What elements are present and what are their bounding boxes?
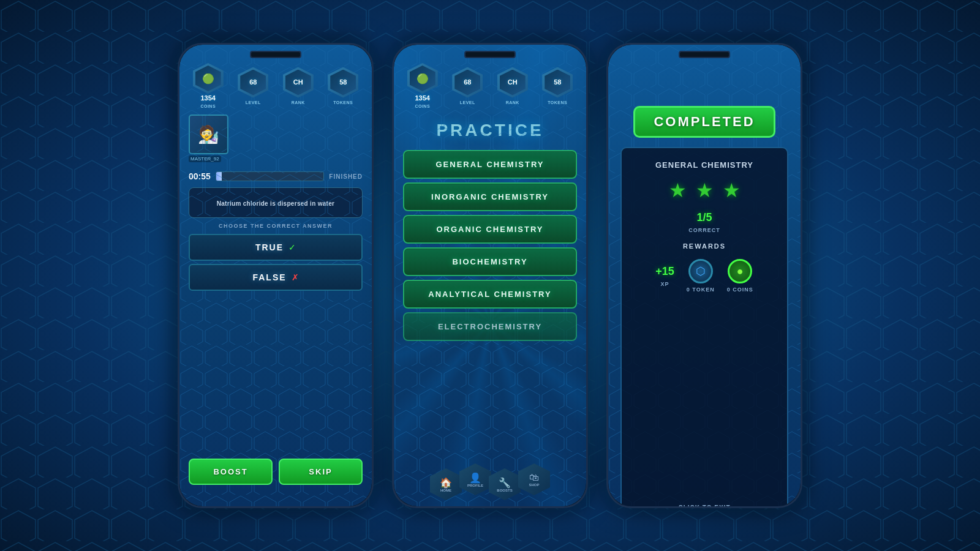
stat-tokens: 58 TOKENS [328, 67, 358, 105]
boost-button[interactable]: BOOST [189, 459, 273, 485]
x-icon: ✗ [292, 272, 299, 282]
profile-icon: 👤 [469, 472, 481, 484]
nav-shop[interactable]: 🛍 SHOP [518, 463, 550, 495]
category-analytical[interactable]: ANALYTICAL CHEMISTRY [403, 280, 577, 309]
rewards-row: +15 XP ⬡ 0 TOKEN ● [655, 259, 753, 293]
stat-hex-rank-2: CH [497, 67, 528, 98]
check-icon: ✓ [288, 242, 296, 252]
coins-label-2: COINS [415, 104, 430, 108]
nav-profile[interactable]: 👤 PROFILE [459, 463, 491, 495]
stat-hex-rank-inner: CH [285, 70, 311, 96]
phone-practice: 🟢 1354 COINS 68 LEVEL [392, 43, 588, 508]
nav-home-label: HOME [440, 489, 451, 492]
tokens-value: 58 [339, 79, 347, 86]
answer-true-text: TRUE [255, 242, 284, 252]
star-3: ★ [723, 179, 741, 202]
result-card: GENERAL CHEMISTRY ★ ★ ★ 1/5 CORRECT REWA… [620, 147, 788, 506]
star-1: ★ [669, 179, 687, 202]
category-electrochemistry[interactable]: ELECTROCHEMISTRY [403, 312, 577, 341]
reward-coins: ● 0 COINS [727, 259, 753, 293]
stat-coins: 🟢 1354 COINS [193, 63, 224, 108]
token-icon-circle: ⬡ [688, 259, 713, 283]
coin-icon: ● [737, 265, 744, 278]
rank-value-2: CH [508, 79, 518, 86]
stat-hex-tokens: 58 [328, 67, 358, 98]
shop-icon: 🛍 [529, 472, 539, 483]
skip-button[interactable]: SKIP [279, 459, 363, 485]
rank-label: RANK [292, 100, 305, 105]
answer-false-text: FALSE [252, 272, 286, 282]
stat-rank-2: CH RANK [497, 67, 528, 105]
stats-bar-1: 🟢 1354 COINS 68 LEVEL [179, 45, 372, 111]
reward-token: ⬡ 0 TOKEN [687, 259, 715, 293]
phone-quiz: 🟢 1354 COINS 68 LEVEL [178, 43, 374, 508]
level-label-2: LEVEL [460, 100, 475, 105]
stat-hex-level-2-inner: 68 [454, 70, 480, 96]
screens-container: 🟢 1354 COINS 68 LEVEL [178, 43, 802, 508]
phone-completed: COMPLETED GENERAL CHEMISTRY ★ ★ ★ 1/5 CO… [606, 43, 802, 508]
xp-value: +15 [655, 265, 674, 278]
stat-tokens-2: 58 TOKENS [542, 67, 573, 105]
stat-level: 68 LEVEL [238, 67, 268, 105]
level-label: LEVEL [246, 100, 261, 105]
nav-home[interactable]: 🏠 HOME [430, 468, 462, 500]
category-organic[interactable]: ORGANIC CHEMISTRY [403, 215, 577, 244]
bottom-nav: 🏠 HOME 👤 PROFILE 🔧 BOOSTS 🛍 SHOP [394, 468, 586, 500]
correct-score: 1/5 [696, 211, 712, 224]
home-icon: 🏠 [440, 477, 452, 489]
coins-value-2: 1354 [415, 95, 430, 102]
category-general-text: GENERAL CHEMISTRY [435, 160, 544, 169]
rank-value: CH [293, 79, 303, 86]
correct-label: CORRECT [688, 227, 720, 233]
coin-icon-circle: ● [728, 259, 752, 283]
token-label: 0 TOKEN [687, 287, 715, 293]
rewards-label: REWARDS [683, 242, 726, 250]
stat-hex-level-2: 68 [452, 67, 483, 98]
nav-profile-label: PROFILE [467, 484, 483, 487]
category-inorganic-text: INORGANIC CHEMISTRY [431, 192, 549, 201]
coins-value: 1354 [201, 95, 216, 102]
tokens-label-2: TOKENS [548, 100, 567, 105]
stat-hex-tokens-inner: 58 [330, 70, 356, 96]
stat-coins-2: 🟢 1354 COINS [407, 63, 438, 108]
stat-hex-level: 68 [238, 67, 268, 98]
rank-label-2: RANK [506, 100, 519, 105]
result-subject: GENERAL CHEMISTRY [655, 160, 753, 170]
click-exit-button[interactable]: CLICK TO EXIT [678, 504, 730, 506]
category-electrochemistry-text: ELECTROCHEMISTRY [438, 322, 542, 331]
completed-badge: COMPLETED [633, 106, 775, 138]
stat-hex-coins-2: 🟢 [407, 63, 438, 94]
completed-text: COMPLETED [654, 114, 755, 129]
category-biochemistry-text: BIOCHEMISTRY [452, 257, 527, 266]
stat-hex-rank: CH [283, 67, 314, 98]
category-analytical-text: ANALYTICAL CHEMISTRY [428, 290, 551, 299]
stats-bar-2: 🟢 1354 COINS 68 LEVEL [394, 45, 586, 111]
category-general[interactable]: GENERAL CHEMISTRY [403, 150, 577, 179]
category-biochemistry[interactable]: BIOCHEMISTRY [403, 247, 577, 276]
token-icon: ⬡ [696, 264, 706, 278]
category-organic-text: ORGANIC CHEMISTRY [436, 225, 543, 234]
tokens-value-2: 58 [554, 79, 561, 86]
stat-hex-coins: 🟢 [193, 63, 224, 94]
stat-hex-tokens-2: 58 [542, 67, 573, 98]
boosts-icon: 🔧 [499, 477, 511, 489]
nav-boosts[interactable]: 🔧 BOOSTS [489, 468, 521, 500]
stat-hex-coins-inner: 🟢 [195, 66, 221, 91]
stat-hex-level-inner: 68 [240, 70, 266, 96]
stars-row: ★ ★ ★ [669, 179, 741, 202]
tokens-label: TOKENS [333, 100, 353, 105]
answer-true-button[interactable]: TRUE ✓ [189, 234, 363, 261]
coin-label: 0 COINS [727, 287, 753, 293]
level-value: 68 [249, 79, 257, 86]
stat-rank: CH RANK [283, 67, 314, 105]
stat-level-2: 68 LEVEL [452, 67, 483, 105]
completed-screen: COMPLETED GENERAL CHEMISTRY ★ ★ ★ 1/5 CO… [608, 81, 801, 506]
bottom-buttons: BOOST SKIP [179, 449, 372, 494]
coins-label: COINS [200, 104, 216, 108]
stat-hex-coins-2-inner: 🟢 [410, 66, 435, 91]
stat-hex-rank-2-inner: CH [500, 70, 526, 96]
nav-boosts-label: BOOSTS [497, 489, 512, 492]
category-inorganic[interactable]: INORGANIC CHEMISTRY [403, 182, 577, 211]
star-2: ★ [696, 179, 714, 202]
answer-false-button[interactable]: FALSE ✗ [189, 264, 363, 291]
